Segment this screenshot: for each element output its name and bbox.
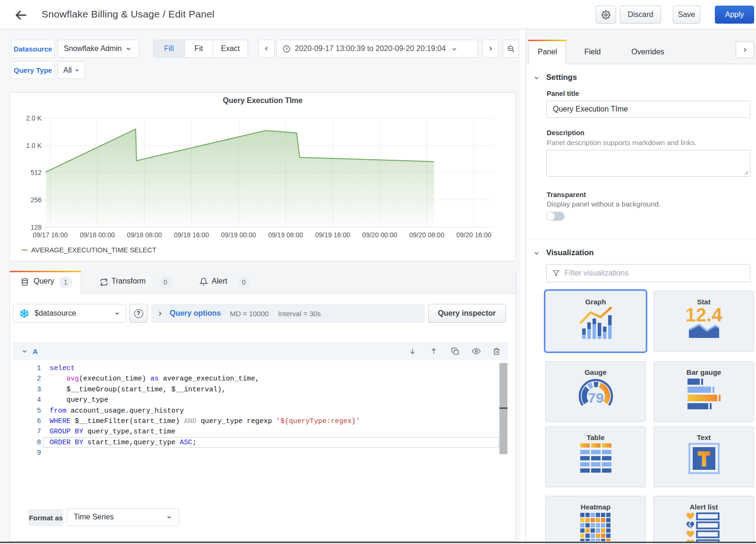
svg-text:09/17 16:00: 09/17 16:00: [33, 231, 68, 239]
svg-text:256: 256: [31, 196, 42, 204]
svg-text:09/20 00:00: 09/20 00:00: [362, 231, 397, 239]
svg-text:09/18 08:00: 09/18 08:00: [127, 231, 162, 239]
svg-text:09/20 08:00: 09/20 08:00: [409, 231, 444, 239]
svg-text:512: 512: [31, 169, 42, 176]
svg-text:2.0 K: 2.0 K: [26, 114, 42, 122]
svg-text:09/18 16:00: 09/18 16:00: [174, 231, 209, 239]
svg-text:128: 128: [31, 224, 42, 231]
svg-text:09/19 00:00: 09/19 00:00: [221, 231, 256, 239]
svg-text:09/19 16:00: 09/19 16:00: [315, 231, 350, 239]
svg-text:79: 79: [588, 390, 603, 406]
svg-text:09/18 00:00: 09/18 00:00: [80, 231, 115, 239]
svg-text:AVERAGE_EXECUTION_TIME SELECT: AVERAGE_EXECUTION_TIME SELECT: [31, 246, 156, 254]
svg-text:09/19 08:00: 09/19 08:00: [268, 231, 303, 239]
svg-text:09/20 16:00: 09/20 16:00: [456, 231, 491, 239]
svg-text:1.0 K: 1.0 K: [26, 142, 42, 149]
